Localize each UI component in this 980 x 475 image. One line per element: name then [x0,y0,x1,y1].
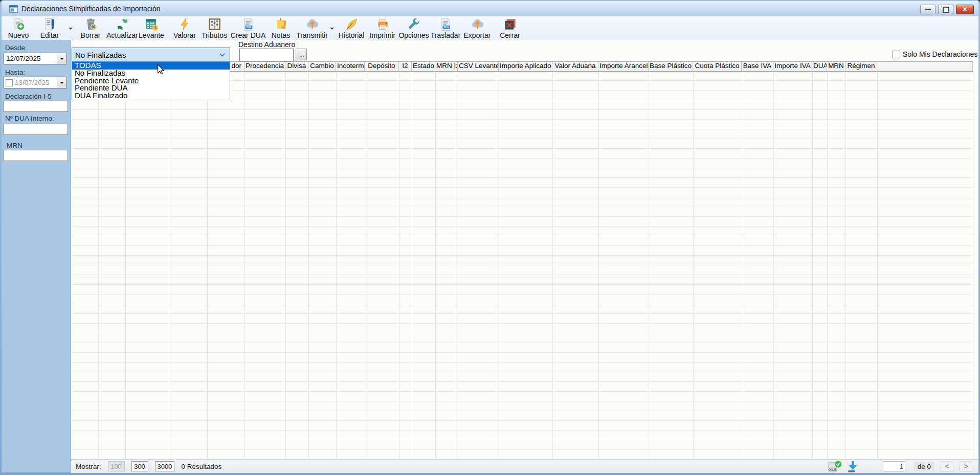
column-header[interactable]: Procedencia [244,62,285,71]
grid-line [827,71,828,459]
column-header[interactable]: DUA [812,62,827,71]
column-header[interactable]: Valor Aduana [552,62,598,71]
grid-line [812,71,813,459]
cloud-upload-icon [305,17,319,31]
hasta-checkbox[interactable] [6,79,13,86]
minimize-button[interactable] [920,5,936,14]
titlebar: Declaraciones Simplificadas de Importaci… [2,1,978,16]
statusbar: Mostrar: 1003003000 0 Resultados XLS de … [71,459,978,473]
grid-line [845,71,846,459]
xls-export-icon[interactable]: XLS [828,460,842,473]
svg-text:XLS: XLS [829,467,836,472]
grid-line [773,71,774,459]
download-icon[interactable] [847,460,859,472]
column-header[interactable]: CSV Levante [458,62,499,71]
toolbar-button-editar[interactable]: Editar [28,17,71,40]
page-total-label: de 0 [914,462,934,471]
window-title: Declaraciones Simplificadas de Importaci… [21,5,161,13]
edit-document-icon [43,17,57,31]
column-header[interactable]: Base IVA [742,62,773,71]
column-header[interactable]: Importe IVA [773,62,812,71]
minimize-icon [925,9,931,10]
dropdown-option[interactable]: No Finalizadas [72,70,230,77]
column-header[interactable]: MRN [827,62,845,71]
column-header[interactable]: Importe Arancel [598,62,649,71]
status-filter-value: No Finalizadas [72,51,219,59]
dropdown-option[interactable]: TODAS [72,62,230,70]
abacus-icon [208,17,221,31]
column-header[interactable]: Importe Aplicado [499,62,552,71]
column-header[interactable]: MRN I2 [435,62,458,71]
close-button[interactable]: ✕ [956,5,974,14]
grid-line [365,71,365,459]
declaracion-input[interactable] [4,101,68,112]
grid-line [336,71,337,459]
page-size-group: 1003003000 [108,461,175,471]
column-header[interactable]: Régimen [845,62,877,71]
grid-line [499,71,499,459]
dua-interno-label: Nº DUA Interno: [5,115,54,122]
page-size-button[interactable]: 100 [108,461,125,471]
page-number-input[interactable] [883,461,905,471]
lightning-icon [178,17,192,31]
mostrar-label: Mostrar: [76,463,101,470]
dropdown-option[interactable]: DUA Finalizado [72,92,230,100]
column-header[interactable]: I2 [399,62,412,71]
chevron-down-icon [60,58,64,62]
results-count: 0 Resultados [181,463,221,470]
column-header[interactable]: Cuota Plástico [693,62,742,71]
grid-line [877,71,878,459]
hasta-label: Hasta: [5,69,25,76]
dropdown-option[interactable]: Pendiente Levante [72,77,230,85]
destino-aduanero-input[interactable] [239,49,294,61]
refresh-icon [116,17,129,31]
wrench-icon [407,17,421,31]
hasta-date-picker[interactable]: 13/07/2025 [4,77,67,88]
trash-icon [84,17,98,31]
page-size-button[interactable]: 300 [131,461,148,471]
grid-line [308,71,309,459]
document-dua-icon: DUA [241,17,255,31]
desde-dropdown-button[interactable] [57,53,66,64]
column-header[interactable]: Divisa [285,62,308,71]
prev-page-button[interactable]: < [941,461,953,472]
column-header[interactable]: Depósito [365,62,399,71]
status-filter-list: TODASNo FinalizadasPendiente LevantePend… [72,61,230,100]
app-icon [9,5,18,13]
mrn-input[interactable] [4,150,68,161]
grid-line [598,71,599,459]
next-page-button[interactable]: > [960,461,972,472]
toolbar-button-cerrar[interactable]: Cerrar [488,17,531,40]
main-content: Destino Aduanero ... Solo Mis Declaracio… [71,40,978,459]
column-header[interactable]: Incoterm [336,62,365,71]
column-header[interactable] [877,62,973,71]
hasta-dropdown-button[interactable] [57,77,66,88]
destino-browse-button[interactable]: ... [296,49,307,60]
solo-mis-checkbox[interactable] [893,51,900,58]
desde-date-picker[interactable]: 12/07/2025 [4,53,67,64]
desde-label: Desde: [5,44,27,52]
new-document-icon [12,17,26,31]
column-header[interactable]: Estado [412,62,435,71]
maximize-button[interactable] [938,5,953,14]
grid-line [244,71,245,459]
toolbar-button-transmitir[interactable]: Transmitir [291,17,333,40]
sticky-notes-icon [274,17,288,31]
grid-line [693,71,694,459]
column-header[interactable]: Base Plástico [649,62,693,71]
calendar-clock-icon [145,17,159,31]
grid-line [399,71,399,459]
maximize-icon [943,7,949,13]
grid-line [649,71,649,459]
chevron-down-icon [60,82,64,86]
grid-line [435,71,436,459]
page-size-button[interactable]: 3000 [155,461,175,471]
grid-line [207,71,208,459]
dropdown-option[interactable]: Pendiente DUA [72,84,230,92]
status-filter-combobox[interactable]: No Finalizadas [72,48,230,62]
toolbar: Nuevo Editar Borrar Actualizar Levante V… [2,16,978,40]
column-header[interactable]: Cambio [308,62,336,71]
dua-interno-input[interactable] [4,124,68,135]
grid-line [125,71,126,459]
chevron-down-icon [219,53,225,57]
